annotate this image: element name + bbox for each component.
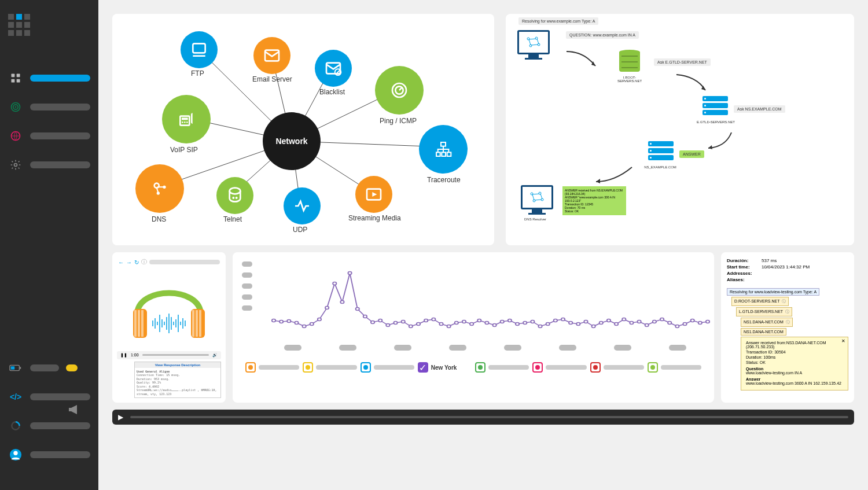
svg-point-128 [645,324,649,327]
svg-point-132 [675,325,679,328]
location-item[interactable] [648,362,701,373]
dns-resolving-text: Resolving for www.example.com Type: A [518,17,598,25]
globe-icon [8,128,23,143]
volume-icon[interactable]: 🔊 [212,353,218,358]
location-item[interactable] [532,362,586,373]
svg-point-126 [630,322,633,325]
svg-point-118 [569,322,572,325]
dns-ask-ns: Ask NS.EXAMPLE.COM [734,105,785,113]
location-item[interactable] [303,362,356,373]
network-label-traceroute: Traceroute [427,176,461,184]
nav-item-user[interactable] [8,447,90,462]
back-icon[interactable]: ← [118,259,124,266]
svg-point-119 [576,323,580,326]
headphones-visualization [117,267,221,351]
network-node-blacklist[interactable] [315,50,352,87]
svg-point-111 [516,323,519,326]
network-node-traceroute[interactable] [419,125,468,174]
svg-point-94 [386,324,389,327]
nav-item-battery[interactable] [8,360,90,375]
svg-rect-44 [182,117,188,120]
svg-point-138 [306,365,310,370]
arrow-icon [591,164,638,187]
svg-point-37 [230,188,241,194]
url-bar-placeholder[interactable] [149,260,220,264]
svg-point-98 [417,323,420,326]
svg-point-141 [535,365,540,370]
svg-point-133 [683,323,686,326]
response-header: View Response Description [135,362,220,368]
svg-point-84 [310,323,314,326]
audio-progress[interactable] [142,354,209,356]
info-icon[interactable]: ⓘ [141,258,147,266]
svg-point-143 [650,365,655,370]
pause-icon[interactable]: ❚❚ [120,353,127,358]
network-label-email: Email Server [252,75,292,83]
dns-client-icon [517,30,550,60]
svg-point-89 [348,272,351,275]
dns-trace-tree: Resolving for www.loadview-testing.com T… [727,288,848,390]
dns-egtld-label: E.GTLD-SERVERS.NET [696,120,736,124]
dns-answer-tooltip: ✕ Answer received from:NS3.DANA-NET.COM … [741,337,848,390]
svg-point-107 [485,322,488,325]
tree-node[interactable]: NS1.DANA-NET.COM [741,328,786,336]
network-node-voip[interactable] [162,95,211,143]
audio-panel: ← → ↻ ⓘ ❚❚ [112,252,226,403]
svg-rect-35 [447,152,451,156]
megaphone-icon [67,404,82,415]
svg-rect-43 [180,116,189,126]
network-node-telnet[interactable] [216,177,253,214]
nav-label-placeholder [30,75,90,82]
svg-rect-58 [138,310,140,337]
svg-point-124 [615,323,618,326]
network-node-ftp[interactable] [181,31,218,68]
svg-point-130 [660,318,664,321]
svg-point-81 [287,320,290,323]
refresh-icon[interactable]: ↻ [134,259,139,266]
nav-item-globe[interactable] [8,128,90,143]
tree-node[interactable]: D.ROOT-SERVERS.NETⓘ [731,297,789,306]
dns-root-server-icon [619,50,640,74]
nav-item-dashboard[interactable] [8,71,90,86]
svg-point-86 [325,307,329,310]
svg-point-88 [340,301,344,304]
svg-point-38 [232,197,234,199]
network-node-udp[interactable] [284,187,321,224]
svg-point-14 [13,451,17,455]
tree-root[interactable]: Resolving for www.loadview-testing.com T… [727,288,819,296]
latency-graph-panel: ✓New York [233,252,714,403]
location-item[interactable] [245,362,299,373]
location-item-selected[interactable]: ✓New York [418,362,472,373]
forward-icon[interactable]: → [126,259,132,266]
close-icon[interactable]: ✕ [841,338,845,344]
play-icon[interactable]: ▶ [118,413,123,421]
svg-point-116 [554,319,557,322]
location-item[interactable] [475,362,529,373]
nav-item-loading[interactable] [8,418,90,433]
location-item[interactable] [361,362,414,373]
sidebar: </> [0,0,98,490]
nav-badge [66,364,78,371]
network-node-dns[interactable] [135,164,184,213]
svg-rect-33 [436,152,440,156]
network-node-email[interactable] [253,37,290,74]
svg-rect-61 [192,310,194,337]
svg-point-129 [653,320,656,323]
network-node-streaming[interactable] [355,176,392,213]
network-node-ping[interactable] [375,66,424,115]
tree-node[interactable]: NS1.DANA-NET.COMⓘ [741,318,793,327]
nav-item-settings[interactable] [8,157,90,172]
location-item[interactable] [590,362,644,373]
start-time-label: Start time: [727,264,762,270]
audio-player-controls: ❚❚ 1:00 🔊 [117,351,221,359]
network-label-streaming: Streaming Media [348,214,401,222]
svg-point-93 [378,319,382,322]
progress-track[interactable] [130,416,848,418]
nav-item-target[interactable] [8,100,90,115]
svg-rect-62 [196,310,198,337]
svg-rect-11 [20,367,21,369]
svg-point-122 [599,322,603,325]
nav-item-code[interactable]: </> [8,389,90,404]
svg-point-92 [371,321,374,324]
tree-node[interactable]: L.GTLD-SERVERS.NETⓘ [736,307,792,316]
